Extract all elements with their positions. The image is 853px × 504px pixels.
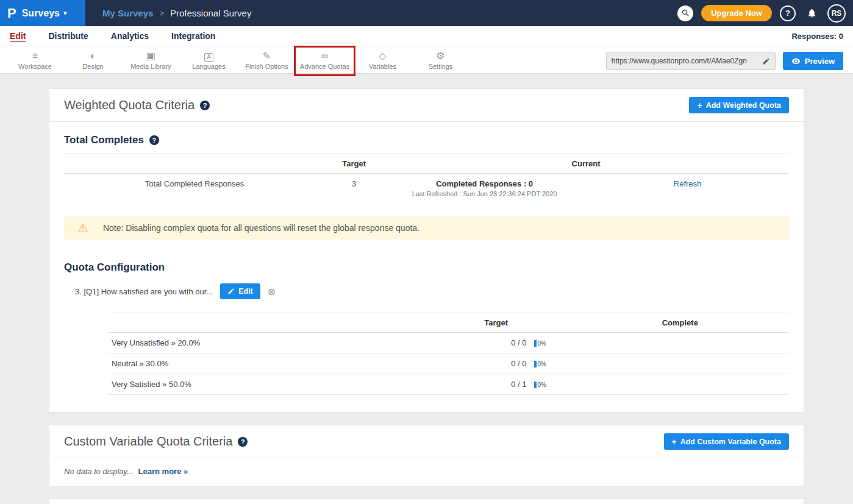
caret-down-icon: ▾ <box>63 9 67 17</box>
no-data-text: No data to display... <box>64 467 134 476</box>
plus-icon: + <box>672 437 677 447</box>
help-icon[interactable]: ? <box>149 135 159 145</box>
quota-row-label: Very Satisfied » 50.0% <box>108 374 421 395</box>
preview-button[interactable]: Preview <box>783 52 843 70</box>
progress-bar <box>534 361 537 367</box>
target-value: 3 <box>325 174 383 204</box>
main-content: Weighted Quota Criteria ? + Add Weighted… <box>0 74 853 504</box>
custom-variable-quota-card: Custom Variable Quota Criteria ? + Add C… <box>49 425 804 486</box>
help-icon[interactable]: ? <box>238 437 248 447</box>
top-navbar: P Surveys ▾ My Surveys > Professional Su… <box>0 0 853 26</box>
workspace-icon: ≡ <box>6 51 64 62</box>
survey-url-input[interactable] <box>607 57 758 65</box>
weighted-quota-header: Weighted Quota Criteria ? + Add Weighted… <box>49 89 804 122</box>
edit-icon <box>227 288 235 295</box>
edit-question-button[interactable]: Edit <box>220 283 260 299</box>
total-completed-label: Total Completed Responses <box>64 174 325 204</box>
table-row: Total Completed Responses 3 Completed Re… <box>64 174 789 204</box>
avatar[interactable]: RS <box>827 4 846 23</box>
tab-edit[interactable]: Edit <box>10 31 26 41</box>
current-cell: Completed Responses : 0 Last Refreshed :… <box>383 174 586 204</box>
advanced-quota-header: Advanced Quota Control ? + Add Advanced … <box>49 499 804 504</box>
app-logo-block[interactable]: P Surveys ▾ <box>0 0 85 26</box>
weighted-quota-title: Weighted Quota Criteria ? <box>64 98 210 112</box>
help-button[interactable]: ? <box>780 5 796 21</box>
notifications-button[interactable] <box>804 5 819 21</box>
search-icon <box>681 9 690 18</box>
weighted-quota-card: Weighted Quota Criteria ? + Add Weighted… <box>49 88 804 413</box>
add-weighted-quota-button[interactable]: + Add Weighted Quota <box>689 97 789 113</box>
weighted-quota-body: Total Completes ? Target Current Total C… <box>49 122 804 412</box>
toolbar-item-languages[interactable]: A Languages <box>180 49 238 70</box>
add-custom-variable-quota-button[interactable]: + Add Custom Variable Quota <box>664 433 790 450</box>
question-label: 3. [Q1] How satisfied are you with our..… <box>75 287 213 296</box>
finish-options-icon: ✎ <box>238 51 296 62</box>
toolbar: ≡ Workspace ◐ Design ▣ Media Library A L… <box>0 46 853 74</box>
advanced-quota-card: Advanced Quota Control ? + Add Advanced … <box>49 499 804 504</box>
progress-bar <box>534 340 537 347</box>
help-icon[interactable]: ? <box>200 101 210 110</box>
column-current: Current <box>383 154 789 174</box>
quota-row: Very Satisfied » 50.0% 0 / 1 0% <box>108 374 789 395</box>
plus-icon: + <box>697 101 702 110</box>
custom-variable-quota-title: Custom Variable Quota Criteria ? <box>64 435 248 449</box>
survey-url-box <box>606 52 776 70</box>
breadcrumb-my-surveys[interactable]: My Surveys <box>102 8 153 18</box>
surveys-menu[interactable]: Surveys ▾ <box>22 8 67 19</box>
tab-integration[interactable]: Integration <box>171 31 215 41</box>
bell-icon <box>807 8 817 18</box>
quota-row: Very Unsatisfied » 20.0% 0 / 0 0% <box>108 333 789 353</box>
quota-row-progress: 0% <box>530 353 571 374</box>
total-completes-title: Total Completes ? <box>64 122 789 146</box>
settings-icon: ⚙ <box>412 51 469 62</box>
quota-row: Neutral » 30.0% 0 / 0 0% <box>108 353 789 374</box>
surveys-menu-label: Surveys <box>22 8 60 19</box>
toolbar-item-media-library[interactable]: ▣ Media Library <box>122 49 180 70</box>
progress-bar <box>534 382 537 388</box>
questionpro-logo: P <box>7 7 16 20</box>
main-tabs: Edit Distribute Analytics Integration Re… <box>0 26 853 46</box>
learn-more-link[interactable]: Learn more » <box>138 467 188 476</box>
breadcrumb: My Surveys > Professional Survey <box>102 8 251 18</box>
toolbar-item-advance-quotas[interactable]: ∞ Advance Quotas <box>296 49 354 70</box>
warning-icon: ⚠ <box>77 222 88 234</box>
refresh-link[interactable]: Refresh <box>674 179 702 188</box>
toolbar-item-finish-options[interactable]: ✎ Finish Options <box>238 49 296 70</box>
breadcrumb-current: Professional Survey <box>170 8 251 18</box>
quota-configuration-title: Quota Configuration <box>64 240 789 274</box>
total-completes-table: Target Current Total Completed Responses… <box>64 154 789 203</box>
column-target: Target <box>325 154 383 174</box>
toolbar-item-design[interactable]: ◐ Design <box>64 49 122 70</box>
column-target: Target <box>421 313 571 333</box>
quota-row-target: 0 / 0 <box>421 333 530 353</box>
advance-quotas-icon: ∞ <box>296 51 354 62</box>
design-icon: ◐ <box>64 51 122 62</box>
toolbar-item-settings[interactable]: ⚙ Settings <box>412 49 469 70</box>
quota-row-label: Neutral » 30.0% <box>108 353 421 374</box>
breadcrumb-separator: > <box>159 9 164 18</box>
quota-row-label: Very Unsatisfied » 20.0% <box>108 333 421 353</box>
tab-analytics[interactable]: Analytics <box>111 31 149 41</box>
languages-icon: A <box>180 51 238 62</box>
toolbar-item-variables[interactable]: ◇ Variables <box>354 49 412 70</box>
note-text: Note: Disabling complex quota for all qu… <box>103 223 419 233</box>
completed-responses: Completed Responses : 0 <box>387 179 582 188</box>
tab-distribute[interactable]: Distribute <box>48 31 88 41</box>
question-row: 3. [Q1] How satisfied are you with our..… <box>75 283 789 299</box>
search-button[interactable] <box>677 5 693 21</box>
responses-count: Responses: 0 <box>791 32 843 41</box>
navbar-actions: Upgrade Now ? RS <box>677 4 853 23</box>
quota-row-progress: 0% <box>530 333 571 353</box>
remove-quota-icon[interactable]: ⊗ <box>268 286 276 297</box>
quota-config-table: Target Complete Very Unsatisfied » 20.0%… <box>108 313 789 395</box>
toolbar-right: Preview <box>606 49 847 70</box>
edit-url-icon[interactable] <box>758 52 775 69</box>
variables-icon: ◇ <box>354 51 412 62</box>
quota-row-target: 0 / 0 <box>421 353 530 374</box>
upgrade-now-button[interactable]: Upgrade Now <box>701 5 772 21</box>
toolbar-item-workspace[interactable]: ≡ Workspace <box>6 49 64 70</box>
custom-variable-quota-header: Custom Variable Quota Criteria ? + Add C… <box>49 425 804 458</box>
eye-icon <box>791 57 801 66</box>
no-data-row: No data to display... Learn more » <box>49 458 804 486</box>
quota-note: ⚠ Note: Disabling complex quota for all … <box>64 216 789 240</box>
